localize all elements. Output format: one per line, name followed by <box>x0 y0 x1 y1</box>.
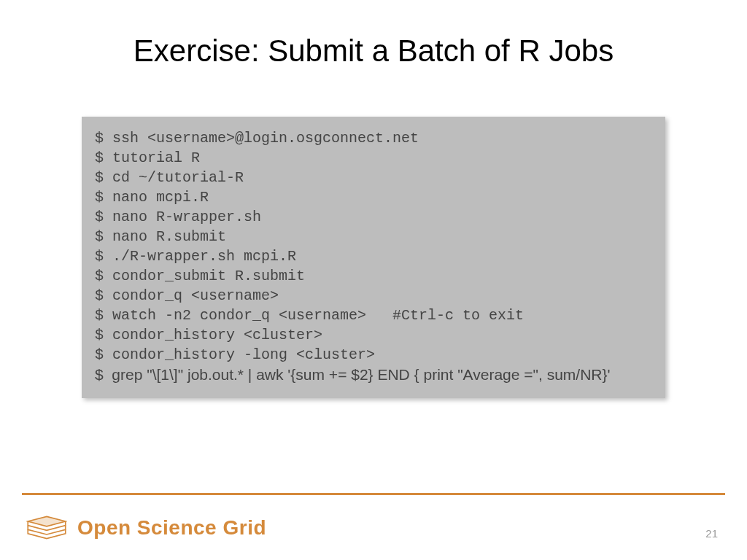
footer: Open Science Grid 21 <box>0 493 747 560</box>
divider <box>22 493 725 495</box>
terminal-line: $ cd ~/tutorial-R <box>95 168 652 187</box>
terminal-line: $ watch -n2 condor_q <username> #Ctrl-c … <box>95 306 652 325</box>
terminal-line: $ ./R-wrapper.sh mcpi.R <box>95 246 652 266</box>
terminal-line: $ condor_q <username> <box>95 286 652 306</box>
page-number: 21 <box>705 527 718 540</box>
brand-text: Open Science Grid <box>77 516 266 540</box>
terminal-line: $ nano R.submit <box>95 227 652 246</box>
svg-marker-1 <box>28 516 66 526</box>
terminal-line: $ condor_history <cluster> <box>95 325 652 345</box>
terminal-line: $ condor_submit R.submit <box>95 266 652 286</box>
terminal-line: $ condor_history -long <cluster> <box>95 345 652 365</box>
terminal-line: $ ssh <username>@login.osgconnect.net <box>95 128 652 148</box>
brand-row: Open Science Grid <box>26 515 266 541</box>
terminal-line: $ nano mcpi.R <box>95 187 652 207</box>
terminal-line: $ grep "\[1\]" job.out.* | awk '{sum += … <box>95 365 652 385</box>
terminal-line: $ nano R-wrapper.sh <box>95 207 652 227</box>
terminal-line: $ tutorial R <box>95 148 652 168</box>
osg-logo-icon <box>26 515 67 541</box>
terminal-block: $ ssh <username>@login.osgconnect.net $ … <box>82 117 665 398</box>
slide-title: Exercise: Submit a Batch of R Jobs <box>0 0 747 69</box>
